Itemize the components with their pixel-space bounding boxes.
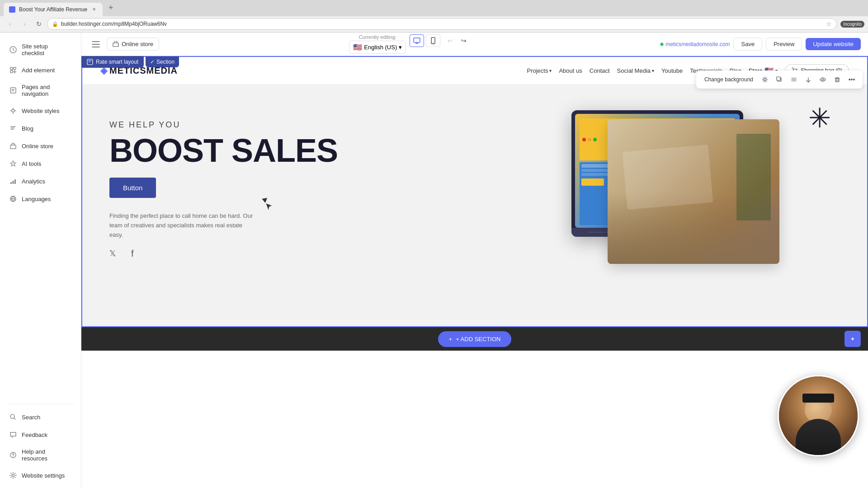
sidebar-item-styles-label: Website styles <box>22 108 60 114</box>
section-badge-button[interactable]: ✓ Section <box>146 56 179 67</box>
blog-icon <box>9 124 17 132</box>
active-tab[interactable]: Boost Your Affiliate Revenue ✕ <box>4 3 103 16</box>
sidebar-item-blog[interactable]: Blog <box>3 120 78 137</box>
new-tab-button[interactable]: + <box>104 2 117 14</box>
sidebar-item-store-label: Online store <box>22 143 53 150</box>
section-badge-label: Section <box>156 59 175 65</box>
hero-content: WE HELP YOU BOOST SALES Button Finding t… <box>82 84 867 281</box>
sidebar-item-help-label: Help and resources <box>22 448 72 462</box>
tab-favicon <box>9 6 15 13</box>
svg-point-13 <box>12 474 14 477</box>
move-down-toolbar-button[interactable] <box>802 73 815 86</box>
svg-point-23 <box>822 79 824 80</box>
sidebar-item-help[interactable]: Help and resources <box>3 444 78 466</box>
facebook-icon[interactable]: f <box>131 249 146 263</box>
lock-icon: 🔒 <box>52 21 58 27</box>
nav-link-youtube[interactable]: Youtube <box>661 67 683 74</box>
canvas-container: Rate smart layout ✓ Section Change backg… <box>81 56 868 488</box>
sidebar-item-add-element[interactable]: Add element <box>3 61 78 79</box>
hero-text: WE HELP YOU BOOST SALES Button Finding t… <box>109 93 466 263</box>
sidebar-item-analytics[interactable]: Analytics <box>3 173 78 190</box>
tab-close-button[interactable]: ✕ <box>91 6 97 13</box>
hero-section[interactable]: ◈ METICSMEDIA Projects ▾ About us Contac… <box>81 56 868 327</box>
sidebar-item-styles[interactable]: Website styles <box>3 102 78 119</box>
svg-rect-3 <box>10 70 13 73</box>
more-toolbar-button[interactable]: ••• <box>845 73 858 86</box>
sidebar-item-pages[interactable]: Pages and navigation <box>3 79 78 102</box>
toolbar-left: Online store <box>89 37 159 52</box>
pages-icon <box>9 86 17 94</box>
rate-smart-layout-button[interactable]: Rate smart layout <box>81 56 144 68</box>
sidebar: Site setup checklist Add element Pages a… <box>0 33 81 488</box>
browser-nav: ‹ › ↻ 🔒 builder.hostinger.com/mp8Mp4bjOR… <box>0 16 868 33</box>
sidebar-item-analytics-label: Analytics <box>22 178 45 185</box>
mobile-device-button[interactable] <box>426 34 440 47</box>
bottom-bar: + + ADD SECTION <box>81 327 868 351</box>
video-call-overlay[interactable] <box>778 375 859 456</box>
toggle-sidebar-button[interactable] <box>89 37 103 52</box>
sidebar-item-settings[interactable]: Website settings <box>3 467 78 484</box>
add-section-button[interactable]: + + ADD SECTION <box>438 331 512 347</box>
preview-button[interactable]: Preview <box>766 38 802 51</box>
save-button[interactable]: Save <box>733 38 762 51</box>
address-bar[interactable]: 🔒 builder.hostinger.com/mp8Mp4bjORuaw6Nv… <box>47 18 837 30</box>
search-icon <box>9 413 17 421</box>
nav-link-about[interactable]: About us <box>559 67 582 74</box>
svg-rect-9 <box>14 179 16 184</box>
sidebar-item-search-label: Search <box>22 414 40 421</box>
device-switcher <box>410 34 440 54</box>
url-text: builder.hostinger.com/mp8Mp4bjORuaw6Nv <box>61 21 823 27</box>
hide-toolbar-button[interactable] <box>816 73 829 86</box>
browser-tabs: Boost Your Affiliate Revenue ✕ + <box>0 0 868 16</box>
language-selector[interactable]: 🇺🇸 English (US) ▾ <box>349 41 406 54</box>
sidebar-divider <box>6 404 75 404</box>
settings-toolbar-button[interactable] <box>759 73 771 86</box>
styles-icon <box>9 107 17 115</box>
hero-description: Finding the perfect place to call home c… <box>109 211 254 239</box>
sidebar-item-store[interactable]: Online store <box>3 137 78 155</box>
position-toolbar-button[interactable] <box>788 73 800 86</box>
nav-link-social[interactable]: Social Media ▾ <box>617 67 654 74</box>
svg-point-18 <box>660 42 664 46</box>
duplicate-toolbar-button[interactable] <box>773 73 786 86</box>
reload-button[interactable]: ↻ <box>33 18 45 30</box>
redo-button[interactable]: ↪ <box>458 34 470 47</box>
feedback-icon <box>9 431 17 439</box>
nav-link-contact[interactable]: Contact <box>590 67 610 74</box>
back-button[interactable]: ‹ <box>4 18 16 30</box>
sidebar-item-search[interactable]: Search <box>3 408 78 426</box>
sidebar-item-setup[interactable]: Site setup checklist <box>3 38 78 61</box>
sidebar-item-feedback[interactable]: Feedback <box>3 426 78 443</box>
analytics-icon <box>9 177 17 185</box>
delete-toolbar-button[interactable] <box>831 73 844 86</box>
ai-icon <box>9 160 17 168</box>
hero-cta-button[interactable]: Button <box>109 178 156 198</box>
content-area: Online store Currently editing: 🇺🇸 Engli… <box>81 33 868 488</box>
language-label: English (US) <box>364 44 397 51</box>
add-section-icon: + <box>449 336 453 343</box>
toolbar-right: meticsmediadomosite.com Save Preview Upd… <box>660 38 861 51</box>
sidebar-item-add-element-label: Add element <box>22 67 55 74</box>
toolbar-center: Currently editing: 🇺🇸 English (US) ▾ <box>165 34 655 54</box>
svg-rect-14 <box>113 43 118 47</box>
person-video <box>779 376 858 455</box>
store-nav-button[interactable]: Online store <box>107 38 159 51</box>
add-element-icon <box>9 66 17 74</box>
sidebar-item-languages[interactable]: Languages <box>3 190 78 207</box>
undo-button[interactable]: ↩ <box>444 34 457 47</box>
desktop-device-button[interactable] <box>410 34 424 47</box>
nav-link-projects[interactable]: Projects ▾ <box>527 67 552 74</box>
sidebar-top: Site setup checklist Add element Pages a… <box>0 33 81 400</box>
sidebar-item-ai[interactable]: AI tools <box>3 155 78 172</box>
scroll-indicator-button[interactable] <box>844 331 861 347</box>
svg-rect-22 <box>777 77 780 80</box>
change-background-button[interactable]: Change background <box>701 75 757 84</box>
languages-icon <box>9 195 17 203</box>
forward-button[interactable]: › <box>18 18 31 30</box>
update-website-button[interactable]: Update website <box>806 38 861 50</box>
svg-rect-1 <box>10 67 13 70</box>
incognito-badge: Incognito <box>840 21 864 28</box>
domain-link[interactable]: meticsmediadomosite.com <box>665 41 730 47</box>
twitter-icon[interactable]: 𝕏 <box>109 249 124 263</box>
undo-redo-controls: ↩ ↪ <box>444 34 470 54</box>
